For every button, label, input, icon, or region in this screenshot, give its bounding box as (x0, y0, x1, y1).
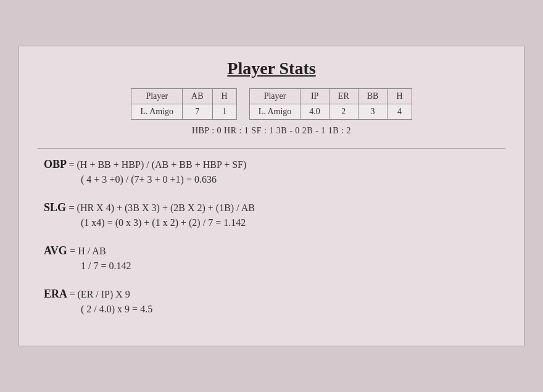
divider (38, 148, 505, 149)
avg-formula-block: AVG = H / AB 1 / 7 = 0.142 (44, 244, 499, 273)
pitching-player-name: L. Amigo (249, 104, 301, 120)
pitching-col-bb: BB (358, 89, 388, 104)
era-line1: = (ER / IP) X 9 (70, 289, 130, 299)
tables-row: Player AB H L. Amigo 7 1 Player IP ER (38, 88, 505, 120)
era-line2: ( 2 / 4.0) x 9 = 4.5 (81, 302, 499, 317)
pitching-col-ip: IP (301, 89, 330, 104)
obp-formula-block: OBP = (H + BB + HBP) / (AB + BB + HBP + … (44, 157, 499, 187)
batting-col-ab: AB (183, 89, 212, 104)
batting-table: Player AB H L. Amigo 7 1 (131, 88, 236, 120)
main-container: Player Stats Player AB H L. Amigo 7 1 (19, 46, 524, 346)
avg-label: AVG (44, 244, 70, 257)
pitching-col-er: ER (329, 89, 358, 104)
pitching-h: 4 (388, 104, 412, 120)
era-formula-block: ERA = (ER / IP) X 9 ( 2 / 4.0) x 9 = 4.5 (44, 287, 499, 317)
batting-ab: 7 (183, 104, 212, 120)
slg-label: SLG (44, 201, 69, 214)
batting-player-name: L. Amigo (131, 104, 183, 120)
era-label: ERA (44, 288, 70, 300)
table-row: L. Amigo 4.0 2 3 4 (249, 104, 412, 120)
pitching-table: Player IP ER BB H L. Amigo 4.0 2 3 4 (249, 88, 412, 120)
table-row: L. Amigo 7 1 (131, 104, 236, 120)
pitching-bb: 3 (358, 104, 388, 120)
obp-line1: = (H + BB + HBP) / (AB + BB + HBP + SF) (69, 159, 247, 170)
obp-line2: ( 4 + 3 +0) / (7+ 3 + 0 +1) = 0.636 (81, 172, 499, 187)
avg-line1: = H / AB (70, 246, 106, 256)
obp-label: OBP (44, 158, 69, 170)
slg-line2: (1 x4) = (0 x 3) + (1 x 2) + (2) / 7 = 1… (81, 215, 499, 230)
pitching-ip: 4.0 (301, 104, 330, 120)
page-title: Player Stats (38, 59, 505, 78)
pitching-col-player: Player (249, 89, 301, 104)
batting-col-player: Player (131, 89, 183, 104)
formulas-section: OBP = (H + BB + HBP) / (AB + BB + HBP + … (38, 157, 505, 317)
slg-line1: = (HR X 4) + (3B X 3) + (2B X 2) + (1B) … (69, 202, 255, 213)
batting-h: 1 (212, 104, 236, 120)
slg-formula-block: SLG = (HR X 4) + (3B X 3) + (2B X 2) + (… (44, 201, 499, 230)
pitching-col-h: H (388, 89, 412, 104)
pitching-er: 2 (329, 104, 358, 120)
batting-col-h: H (212, 89, 236, 104)
avg-line2: 1 / 7 = 0.142 (81, 259, 499, 273)
extra-stats: HBP : 0 HR : 1 SF : 1 3B - 0 2B - 1 1B :… (38, 126, 505, 136)
